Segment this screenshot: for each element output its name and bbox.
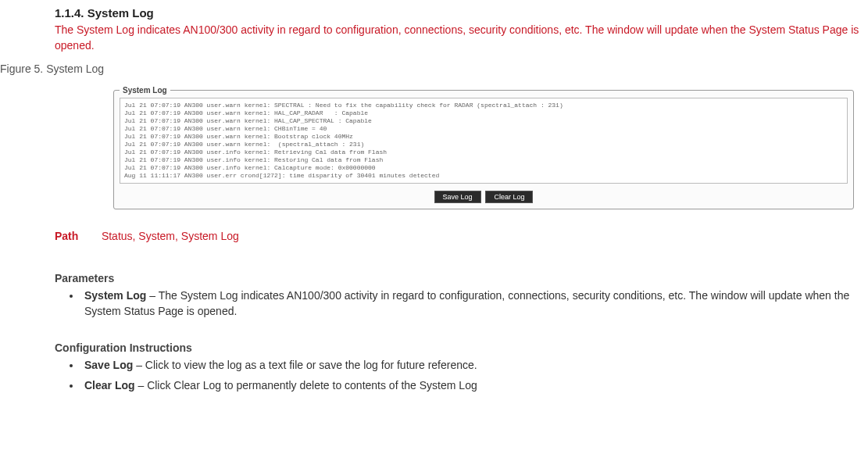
system-log-legend: System Log <box>120 86 170 95</box>
figure-caption: Figure 5. System Log <box>0 63 868 75</box>
list-item: System Log – The System Log indicates AN… <box>81 288 862 320</box>
param-name: System Log <box>84 289 146 302</box>
system-log-textarea[interactable] <box>120 98 848 184</box>
path-row: Path Status, System, System Log <box>55 230 868 242</box>
config-item-name: Save Log <box>84 359 133 371</box>
path-value: Status, System, System Log <box>102 230 239 242</box>
parameters-list: System Log – The System Log indicates AN… <box>81 288 862 320</box>
system-log-screenshot: System Log Save Log Clear Log <box>113 86 854 209</box>
section-heading: 1.1.4. System Log <box>55 6 868 20</box>
list-item: Save Log – Click to view the log as a te… <box>81 357 862 373</box>
config-item-desc: – Click to view the log as a text file o… <box>133 359 477 371</box>
config-instructions-list: Save Log – Click to view the log as a te… <box>81 357 862 394</box>
config-item-desc: – Click Clear Log to permanently delete … <box>135 379 477 392</box>
section-intro: The System Log indicates AN100/300 activ… <box>55 23 865 53</box>
system-log-fieldset: System Log Save Log Clear Log <box>113 86 854 209</box>
clear-log-button[interactable]: Clear Log <box>485 191 533 203</box>
param-desc: – The System Log indicates AN100/300 act… <box>84 289 849 317</box>
save-log-button[interactable]: Save Log <box>434 191 481 203</box>
config-item-name: Clear Log <box>84 379 135 392</box>
config-instructions-heading: Configuration Instructions <box>55 341 868 354</box>
list-item: Clear Log – Click Clear Log to permanent… <box>81 377 862 393</box>
parameters-heading: Parameters <box>55 272 868 284</box>
system-log-button-row: Save Log Clear Log <box>120 189 848 203</box>
path-label: Path <box>55 230 98 242</box>
